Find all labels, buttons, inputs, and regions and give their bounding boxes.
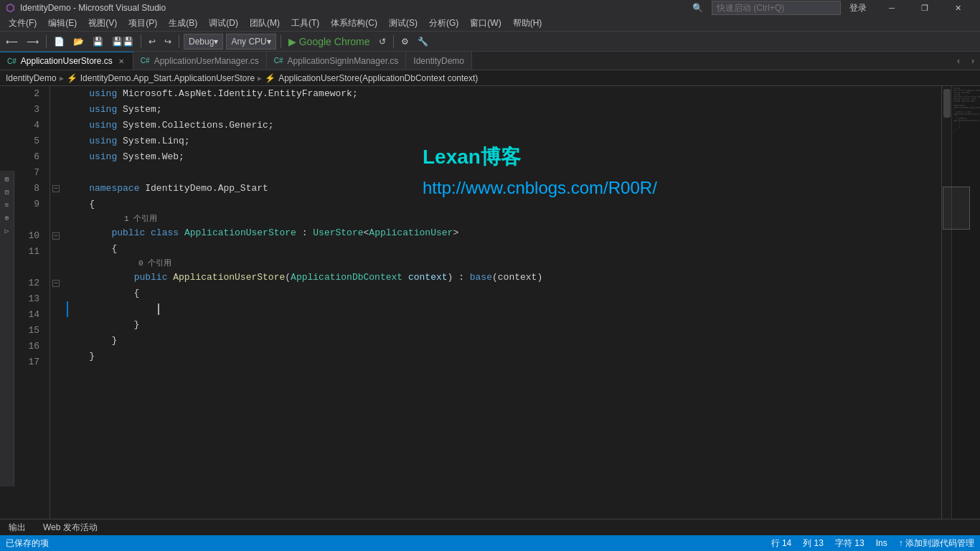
- menu-project[interactable]: 项目(P): [123, 16, 163, 31]
- menu-architecture[interactable]: 体系结构(C): [325, 16, 383, 31]
- tab-applicationuserstore[interactable]: C# ApplicationUserStore.cs ✕: [0, 52, 133, 70]
- sidebar-icon-1[interactable]: ⊞: [1, 174, 13, 185]
- fold-empty-16: [50, 339, 62, 354]
- fold-empty-4: [50, 118, 62, 133]
- code-line-17: }: [67, 349, 941, 364]
- menu-build[interactable]: 生成(B): [163, 16, 203, 31]
- quick-launch-input[interactable]: [712, 1, 841, 15]
- tab-applicationsigninmanager[interactable]: C# ApplicationSignInManager.cs: [267, 52, 407, 70]
- menu-edit[interactable]: 编辑(E): [42, 16, 83, 31]
- status-line: 行 14: [771, 537, 792, 550]
- toolbar-misc2-btn[interactable]: 🔧: [415, 34, 431, 50]
- code-line-15: }: [67, 317, 941, 333]
- menu-file[interactable]: 文件(F): [3, 16, 42, 31]
- line-num-4: 4: [23, 118, 44, 133]
- text-cursor: [158, 303, 159, 315]
- menu-debug[interactable]: 调试(D): [203, 16, 244, 31]
- toolbar-sep-5: [393, 35, 394, 48]
- fold-empty-15: [50, 323, 62, 339]
- fold-column: − − −: [50, 86, 62, 519]
- breadcrumb-member[interactable]: ApplicationUserStore(ApplicationDbContex…: [278, 73, 478, 83]
- run-label: Google Chrome: [299, 36, 370, 47]
- toolbar-sep-1: [46, 35, 47, 48]
- line-num-2: 2: [23, 86, 44, 102]
- toolbar-back-btn[interactable]: ⟵: [3, 34, 21, 50]
- vs-logo: ⬡: [6, 2, 14, 14]
- tab-identitydemo[interactable]: IdentityDemo: [406, 52, 472, 70]
- line-num-5: 5: [23, 133, 44, 149]
- fold-btn-12[interactable]: −: [52, 280, 60, 287]
- menu-window[interactable]: 窗口(W): [464, 16, 507, 31]
- fold-empty-ref1: [50, 212, 62, 228]
- fold-empty-14: [50, 307, 62, 323]
- play-icon: ▶: [288, 36, 296, 47]
- sidebar-icon-4[interactable]: ⊕: [1, 212, 13, 224]
- toolbar: ⟵ ⟶ 📄 📂 💾 💾💾 ↩ ↪ Debug ▾ Any CPU ▾ ▶ Goo…: [0, 32, 980, 52]
- menu-tools[interactable]: 工具(T): [286, 16, 325, 31]
- code-line-4: using System.Collections.Generic;: [67, 118, 941, 133]
- run-button[interactable]: ▶ Google Chrome: [286, 36, 373, 47]
- user-login[interactable]: 登录: [849, 2, 867, 14]
- line-numbers: 2 3 4 5 6 7 8 9 · 10 11 · 12 13 14 15 16…: [20, 86, 50, 519]
- line-num-17: 17: [23, 354, 44, 370]
- fold-empty-17: [50, 354, 62, 370]
- status-source-control[interactable]: ↑ 添加到源代码管理: [899, 537, 974, 550]
- menu-view[interactable]: 视图(V): [83, 16, 123, 31]
- toolbar-save-btn[interactable]: 💾: [90, 34, 106, 50]
- fold-10[interactable]: −: [50, 228, 62, 244]
- code-line-16: }: [67, 333, 941, 349]
- fold-empty-6: [50, 149, 62, 165]
- vertical-scrollbar[interactable]: [941, 86, 951, 519]
- fold-btn-8[interactable]: −: [52, 185, 60, 192]
- tab-scroll-right[interactable]: ›: [966, 52, 980, 70]
- tab-applicationusermanager[interactable]: C# ApplicationUserManager.cs: [133, 52, 267, 70]
- toolbar-sep-3: [179, 35, 179, 48]
- toolbar-undo-btn[interactable]: ↩: [146, 34, 159, 50]
- menu-team[interactable]: 团队(M): [244, 16, 286, 31]
- platform-dropdown[interactable]: Any CPU ▾: [226, 34, 275, 50]
- toolbar-forward-btn[interactable]: ⟶: [24, 34, 42, 50]
- tab-scroll-left[interactable]: ‹: [951, 52, 966, 70]
- fold-btn-10[interactable]: −: [52, 232, 60, 240]
- status-bar: 已保存的项 行 14 列 13 字符 13 Ins ↑ 添加到源代码管理: [0, 535, 980, 551]
- sidebar-icon-2[interactable]: ⊟: [1, 187, 13, 198]
- code-content[interactable]: using Microsoft.AspNet.Identity.EntityFr…: [64, 86, 941, 519]
- refresh-btn[interactable]: ↺: [376, 34, 389, 50]
- status-ins: Ins: [876, 538, 887, 548]
- sidebar-icon-5[interactable]: ▷: [1, 225, 13, 237]
- menu-analyze[interactable]: 分析(G): [423, 16, 464, 31]
- fold-empty-ref2: [50, 260, 62, 276]
- debug-config-dropdown[interactable]: Debug ▾: [184, 34, 223, 50]
- line-num-3: 3: [23, 102, 44, 118]
- toolbar-new-btn[interactable]: 📄: [51, 34, 67, 50]
- toolbar-misc-btn[interactable]: ⚙: [398, 34, 412, 50]
- minimize-button[interactable]: ─: [875, 0, 908, 16]
- bottom-tab-output[interactable]: 输出: [6, 520, 29, 535]
- toolbar-open-btn[interactable]: 📂: [70, 34, 87, 50]
- breadcrumb-sep-1: ▸: [60, 73, 64, 83]
- code-line-ref2: 0 个引用: [67, 257, 941, 270]
- code-line-5: using System.Linq;: [67, 133, 941, 149]
- fold-empty-3: [50, 102, 62, 118]
- code-line-3: using System;: [67, 102, 941, 118]
- editor[interactable]: 2 3 4 5 6 7 8 9 · 10 11 · 12 13 14 15 16…: [14, 86, 980, 519]
- close-button[interactable]: ✕: [941, 0, 974, 16]
- toolbar-redo-btn[interactable]: ↪: [161, 34, 174, 50]
- menu-test[interactable]: 测试(S): [383, 16, 423, 31]
- fold-empty-9: [50, 197, 62, 212]
- menu-help[interactable]: 帮助(H): [507, 16, 548, 31]
- restore-button[interactable]: ❐: [908, 0, 941, 16]
- line-num-15: 15: [23, 323, 44, 339]
- toolbar-saveall-btn[interactable]: 💾💾: [109, 34, 136, 50]
- scroll-thumb[interactable]: [943, 89, 951, 118]
- sidebar-icon-3[interactable]: ≡: [1, 199, 13, 211]
- fold-8[interactable]: −: [50, 181, 62, 197]
- tab-spacer: [472, 52, 951, 70]
- breadcrumb-project[interactable]: IdentityDemo: [6, 73, 57, 83]
- code-line-9: {: [67, 197, 941, 212]
- window-title: IdentityDemo - Microsoft Visual Studio: [20, 3, 166, 13]
- fold-12[interactable]: −: [50, 276, 62, 291]
- breadcrumb-namespace-path[interactable]: IdentityDemo.App_Start.ApplicationUserSt…: [80, 73, 255, 83]
- tab-close-0[interactable]: ✕: [117, 57, 126, 66]
- bottom-tab-webpublish[interactable]: Web 发布活动: [40, 520, 100, 535]
